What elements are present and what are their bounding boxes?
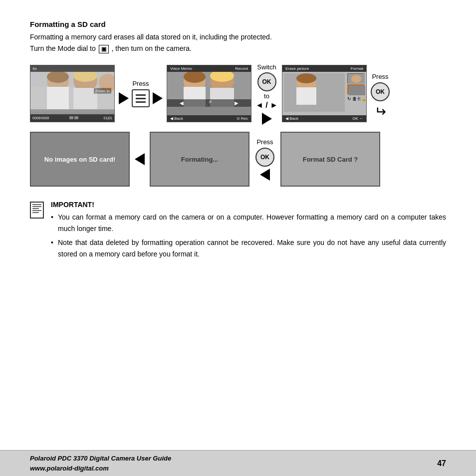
turn-text-end: , then turn on the camera. <box>112 44 192 52</box>
svg-rect-21 <box>296 87 316 105</box>
menu-line-2 <box>136 98 146 99</box>
nav-arrows: ◄ / ► <box>255 101 278 110</box>
arrow-left-2-container <box>260 169 270 181</box>
footer: Polaroid PDC 3370 Digital Camera User Gu… <box>0 450 476 476</box>
bullet-item-2: Note that data deleted by formatting ope… <box>51 237 446 259</box>
arrow-right-2 <box>153 92 163 104</box>
press-ok-right: Press OK ↵ <box>367 68 390 120</box>
screen1-content: 4x <box>30 65 114 122</box>
menu-line-1 <box>136 94 146 96</box>
screen-no-images: No images on SD card! <box>30 132 130 187</box>
screen3-top-bar: Erase picture Format <box>282 65 366 72</box>
screen2-top-bar: Voice Memo Record <box>167 65 251 72</box>
screen1-count: 0008/0008 <box>32 116 49 120</box>
svg-rect-3 <box>47 87 69 109</box>
screen3-right-panel: ↻ 🗑 ⎘ 🔒 <box>346 72 366 113</box>
screen2-mic-icon: 🎤 <box>206 100 212 106</box>
arrow-menu-row <box>119 89 163 107</box>
screen2-voice-memo: Voice Memo <box>170 66 192 71</box>
turn-text: Turn the Mode dial to ▣ , then turn on t… <box>30 44 446 53</box>
content-area: Formatting a SD card Formatting a memory… <box>0 0 476 450</box>
section-title: Formatting a SD card <box>30 20 446 28</box>
no-images-text: No images on SD card! <box>44 156 115 163</box>
ok-button-bottom: OK <box>255 148 274 167</box>
press-ok-bottom: Press OK <box>249 138 280 181</box>
svg-point-22 <box>296 73 316 83</box>
svg-point-24 <box>351 75 361 83</box>
screens-row: 4x <box>30 62 446 125</box>
note-line-5 <box>32 212 39 213</box>
important-title: IMPORTANT! <box>51 201 446 209</box>
arrow-right-1 <box>119 92 129 104</box>
ok-button-right: OK <box>371 82 390 101</box>
note-icon <box>30 202 44 219</box>
switch-label: Switch <box>257 62 276 72</box>
screen2-back: ◀ Back <box>170 116 183 121</box>
arrow-left-1-container <box>130 153 150 165</box>
zoom-text: Zoom In <box>95 88 110 93</box>
screen2-icon3: ▶ <box>235 100 238 106</box>
icon-copy: ⎘ <box>358 96 360 101</box>
screen3-main-photo <box>284 73 345 112</box>
bullet-list: You can format a memory card on the came… <box>51 212 446 259</box>
screen3-bottom-bar: ◀ Back OK ← <box>282 115 366 122</box>
thumb2-selected <box>347 84 364 94</box>
press-label-2: Press <box>372 73 388 80</box>
note-line-4 <box>32 210 41 211</box>
intro-text: Formatting a memory card erases all data… <box>30 31 446 42</box>
menu-icon <box>132 89 150 107</box>
bullet-item-1: You can format a memory card on the came… <box>51 212 446 234</box>
screen1-page: 01|01 <box>104 116 112 120</box>
important-text: IMPORTANT! You can format a memory card … <box>51 201 446 262</box>
screen2-record: Record <box>235 66 248 71</box>
svg-rect-9 <box>30 72 115 87</box>
arrow-left-2 <box>260 169 270 181</box>
screen-format-confirm: Format SD Card ? <box>280 132 380 187</box>
thumb1 <box>347 73 364 83</box>
svg-rect-10 <box>69 116 73 119</box>
screen-photo: 4x <box>30 65 115 122</box>
icon-rotate: ↻ <box>347 96 351 101</box>
screen1-top-bar: 4x <box>30 65 114 72</box>
mode-icon: ▣ <box>99 45 109 53</box>
screen1-zoom-level: 4x <box>32 66 36 71</box>
screen1-bottom-bar: 0008/0008 01|01 <box>30 114 114 122</box>
bottom-row: No images on SD card! Formating... Press… <box>30 132 446 187</box>
screen2-photo: ◀ 🎤 ▶ <box>167 72 251 107</box>
note-line-2 <box>32 206 41 207</box>
screen-voice-memo: Voice Memo Record <box>167 65 251 122</box>
screen3-content: Erase picture Format <box>282 65 366 122</box>
screen2-bottom-bar: ◀ Back ⊙ Rec <box>167 115 251 122</box>
screen2-rec: ⊙ Rec <box>237 116 248 121</box>
screen3-body: ↻ 🗑 ⎘ 🔒 <box>282 72 366 113</box>
screen-formating: Formating... <box>150 132 249 187</box>
note-line-3 <box>32 208 39 209</box>
screen3-ok: OK ← <box>352 116 363 121</box>
page: Formatting a SD card Formatting a memory… <box>0 0 476 476</box>
screen2-content: Voice Memo Record <box>167 65 251 122</box>
arrow-right-3 <box>262 113 272 125</box>
screen2-icon1: ◀ <box>180 100 184 106</box>
press-label-1: Press <box>132 80 149 87</box>
screen3-erase: Erase picture <box>285 66 309 71</box>
footer-page-number: 47 <box>437 459 446 468</box>
zoom-label: Zoom In <box>94 88 111 93</box>
icon-protect: 🔒 <box>361 96 367 101</box>
children-photo: Zoom In <box>30 72 114 109</box>
screen2-icon-row: ◀ 🎤 ▶ <box>167 99 251 107</box>
switch-ok-section: Switch OK to ◄ / ► <box>251 62 282 125</box>
to-label: to <box>264 91 269 101</box>
screen3-back: ◀ Back <box>285 116 298 121</box>
formating-text: Formating... <box>181 156 218 163</box>
important-section: IMPORTANT! You can format a memory card … <box>30 201 446 262</box>
arrow-left-1 <box>135 153 145 165</box>
footer-left: Polaroid PDC 3370 Digital Camera User Gu… <box>30 454 171 473</box>
icon-trash: 🗑 <box>352 96 357 101</box>
turn-text-start: Turn the Mode dial to <box>30 44 96 52</box>
screen3-icons: ↻ 🗑 ⎘ 🔒 <box>347 96 365 101</box>
ok-button-top: OK <box>257 72 276 91</box>
press-label-3: Press <box>256 138 273 146</box>
screen-erase: Erase picture Format <box>282 65 367 122</box>
curved-arrow-right: ↵ <box>375 103 386 120</box>
footer-title: Polaroid PDC 3370 Digital Camera User Gu… <box>30 454 171 464</box>
